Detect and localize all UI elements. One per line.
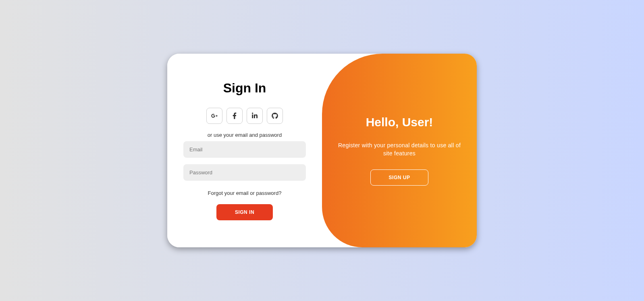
auth-container: Sign In or use your email and password F… xyxy=(167,54,477,247)
social-icons-row xyxy=(206,108,283,124)
linkedin-icon[interactable] xyxy=(247,108,263,124)
sign-in-form: Sign In or use your email and password F… xyxy=(167,54,322,247)
forgot-link[interactable]: Forgot your email or password? xyxy=(208,190,282,196)
toggle-right-panel: Hello, User! Register with your personal… xyxy=(322,54,477,247)
sign-up-button[interactable]: Sign Up xyxy=(370,169,429,186)
google-plus-icon[interactable] xyxy=(206,108,222,124)
toggle-description: Register with your personal details to u… xyxy=(334,141,465,157)
facebook-icon[interactable] xyxy=(226,108,243,124)
sign-in-title: Sign In xyxy=(223,81,266,96)
alt-text: or use your email and password xyxy=(208,132,282,138)
sign-in-panel: Sign In or use your email and password F… xyxy=(167,54,322,247)
email-field[interactable] xyxy=(183,141,306,158)
sign-in-button[interactable]: Sign In xyxy=(216,204,273,220)
toggle-container: Hello, User! Register with your personal… xyxy=(322,54,477,247)
toggle-bg: Hello, User! Register with your personal… xyxy=(322,54,477,247)
github-icon[interactable] xyxy=(267,108,283,124)
toggle-title: Hello, User! xyxy=(366,115,433,129)
password-field[interactable] xyxy=(183,164,306,181)
